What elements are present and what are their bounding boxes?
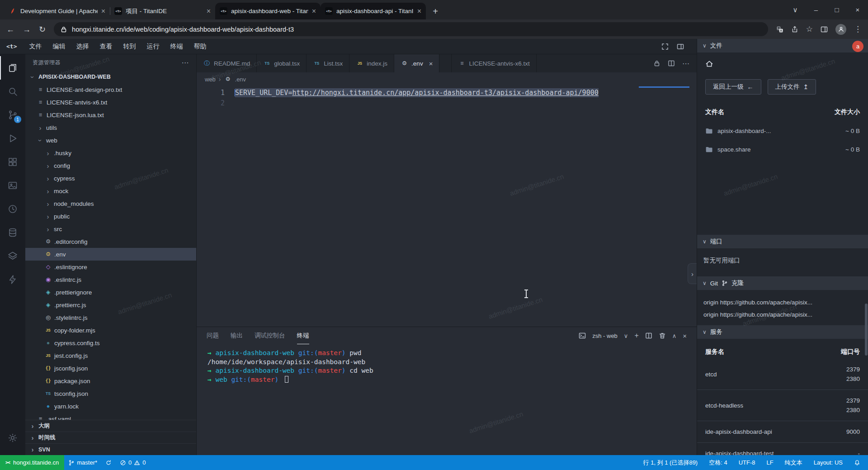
editor-tab[interactable]: TSglobal.tsx bbox=[257, 54, 307, 72]
tree-file[interactable]: ◈.prettierrc.js bbox=[25, 299, 196, 311]
lock-icon[interactable] bbox=[653, 60, 660, 67]
minimize-button[interactable]: – bbox=[806, 0, 826, 19]
tree-file[interactable]: ●yarn.lock bbox=[25, 400, 196, 413]
files-section-header[interactable]: ∨ 文件 bbox=[697, 39, 868, 52]
database-activity-button[interactable] bbox=[0, 221, 25, 244]
code-url[interactable]: http://hongxi.titanide.cn/app/apisix-das… bbox=[292, 89, 598, 97]
translate-icon[interactable] bbox=[776, 26, 783, 33]
fullscreen-icon[interactable] bbox=[661, 43, 669, 50]
breadcrumb-folder[interactable]: web bbox=[205, 76, 216, 83]
ports-section-header[interactable]: ∨ 端口 bbox=[697, 235, 868, 248]
tree-folder[interactable]: ›APISIX-DASHBOARD-WEB bbox=[25, 71, 196, 83]
browser-profile-avatar[interactable] bbox=[835, 24, 846, 35]
layout-icon[interactable] bbox=[677, 43, 684, 50]
terminal-content[interactable]: → apisix-dashboard-web git:(master) pwd/… bbox=[197, 344, 697, 455]
tree-folder[interactable]: ›cypress bbox=[25, 172, 196, 185]
browser-tab[interactable]: <t>项目 - TitanIDE× bbox=[110, 3, 215, 19]
tree-file[interactable]: JSjest.config.js bbox=[25, 349, 196, 362]
indentation-status[interactable]: 空格: 4 bbox=[705, 459, 731, 467]
git-clone-action[interactable]: 克隆 bbox=[731, 279, 744, 287]
back-parent-button[interactable]: 返回上一级← bbox=[705, 79, 761, 95]
new-tab-button[interactable]: + bbox=[429, 5, 442, 18]
editor-tab[interactable]: TSList.tsx bbox=[307, 54, 349, 72]
tree-folder[interactable]: ›node_modules bbox=[25, 197, 196, 210]
menu-item[interactable]: 查看 bbox=[94, 41, 117, 52]
remote-indicator[interactable]: >< hongxi.titanide.cn bbox=[0, 455, 64, 470]
share-icon[interactable] bbox=[791, 26, 798, 33]
zap-activity-button[interactable] bbox=[0, 268, 25, 291]
tree-file[interactable]: ◉.eslintrc.js bbox=[25, 273, 196, 286]
tree-folder[interactable]: ›web bbox=[25, 134, 196, 147]
panel-tab[interactable]: 问题 bbox=[207, 327, 219, 344]
language-mode-status[interactable]: 纯文本 bbox=[781, 459, 807, 467]
tab-close-icon[interactable]: × bbox=[207, 8, 211, 15]
more-actions-icon[interactable]: ⋯ bbox=[182, 58, 189, 67]
debug-activity-button[interactable] bbox=[0, 127, 25, 150]
keyboard-layout-status[interactable]: Layout: US bbox=[810, 459, 847, 466]
browser-menu-icon[interactable]: ⋮ bbox=[854, 24, 862, 34]
tree-file[interactable]: JScopy-folder.mjs bbox=[25, 324, 196, 337]
back-button[interactable]: ← bbox=[6, 25, 14, 33]
browser-tab[interactable]: Development Guide | Apache× bbox=[5, 3, 110, 19]
close-panel-icon[interactable]: × bbox=[683, 332, 687, 340]
sync-status[interactable] bbox=[101, 460, 116, 466]
menu-item[interactable]: 选择 bbox=[71, 41, 94, 52]
new-terminal-button[interactable]: + bbox=[634, 332, 638, 340]
breadcrumb-file[interactable]: .env bbox=[235, 76, 246, 83]
split-terminal-icon[interactable] bbox=[645, 332, 652, 339]
tree-file[interactable]: ≡LICENSE-antvis-x6.txt bbox=[25, 96, 196, 109]
editor-tab[interactable]: JSindex.js bbox=[349, 54, 394, 72]
files-activity-button[interactable] bbox=[0, 56, 25, 80]
maximize-button[interactable]: □ bbox=[826, 0, 847, 19]
code-line[interactable]: SERVE_URL_DEV=http://hongxi.titanide.cn/… bbox=[235, 88, 599, 98]
file-row[interactable]: apisix-dashboard-...~ 0 B bbox=[705, 127, 860, 135]
editor-content[interactable]: SERVE_URL_DEV=http://hongxi.titanide.cn/… bbox=[235, 86, 599, 327]
forward-button[interactable]: → bbox=[23, 25, 31, 33]
git-branch-status[interactable]: master* bbox=[64, 459, 101, 466]
tab-close-icon[interactable]: × bbox=[429, 60, 433, 67]
editor-tab[interactable]: ⓘREADME.md bbox=[197, 54, 257, 72]
editor-tab[interactable]: ≡LICENSE-antvis-x6.txt bbox=[451, 54, 536, 72]
menu-item[interactable]: 文件 bbox=[24, 41, 47, 52]
layers-activity-button[interactable] bbox=[0, 244, 25, 268]
tree-folder[interactable]: ›public bbox=[25, 210, 196, 223]
tree-folder[interactable]: ›utils bbox=[25, 121, 196, 134]
tree-file[interactable]: TStsconfig.json bbox=[25, 387, 196, 400]
user-avatar[interactable]: a bbox=[852, 41, 863, 52]
kill-terminal-icon[interactable] bbox=[659, 332, 666, 339]
browser-tab[interactable]: <t>apisix-dashboard-web - TitanI× bbox=[215, 3, 321, 19]
panel-tab[interactable]: 调试控制台 bbox=[255, 327, 285, 344]
git-section-header[interactable]: ∨ Git 克隆 bbox=[697, 276, 868, 290]
sidebar-section[interactable]: ›大纲 bbox=[25, 420, 196, 432]
close-window-button[interactable]: × bbox=[847, 0, 868, 19]
tree-file[interactable]: {}package.json bbox=[25, 375, 196, 387]
tree-folder[interactable]: ›src bbox=[25, 223, 196, 235]
menu-item[interactable]: 编辑 bbox=[47, 41, 70, 52]
image-activity-button[interactable] bbox=[0, 174, 25, 197]
panel-expand-arrow[interactable]: › bbox=[688, 263, 697, 284]
tab-close-icon[interactable]: × bbox=[417, 8, 421, 15]
upload-file-button[interactable]: 上传文件↥ bbox=[768, 79, 816, 95]
tree-file[interactable]: ◈.prettierignore bbox=[25, 286, 196, 299]
tree-file[interactable]: {}jsconfig.json bbox=[25, 362, 196, 375]
split-editor-icon[interactable] bbox=[668, 60, 675, 67]
tree-folder[interactable]: ›config bbox=[25, 159, 196, 172]
tab-close-icon[interactable]: × bbox=[101, 8, 105, 15]
eol-status[interactable]: LF bbox=[763, 459, 778, 466]
browser-tab[interactable]: <t>apisix-dashboard-api - TitanID× bbox=[321, 3, 426, 19]
bookmark-star-icon[interactable]: ☆ bbox=[806, 24, 813, 34]
cursor-position[interactable]: 行 1, 列 1 (已选择89) bbox=[639, 459, 702, 467]
tab-close-icon[interactable]: × bbox=[312, 8, 316, 15]
reload-button[interactable]: ↻ bbox=[39, 25, 46, 33]
tree-file[interactable]: ≡.asf.yaml bbox=[25, 413, 196, 420]
tree-file[interactable]: ≡LICENSE-json.lua.txt bbox=[25, 109, 196, 121]
terminal-session-label[interactable]: zsh - web bbox=[592, 332, 618, 339]
panel-tab[interactable]: 输出 bbox=[231, 327, 243, 344]
clock-activity-button[interactable] bbox=[0, 197, 25, 221]
tree-file[interactable]: ≡LICENSE-ant-design-pro.txt bbox=[25, 83, 196, 96]
problems-status[interactable]: 0 0 bbox=[116, 459, 150, 466]
panel-tab[interactable]: 终端 bbox=[297, 327, 309, 344]
sidebar-section[interactable]: ›SVN bbox=[25, 443, 196, 455]
sidebar-section[interactable]: ›时间线 bbox=[25, 432, 196, 443]
more-actions-icon[interactable]: ⋯ bbox=[682, 59, 689, 68]
